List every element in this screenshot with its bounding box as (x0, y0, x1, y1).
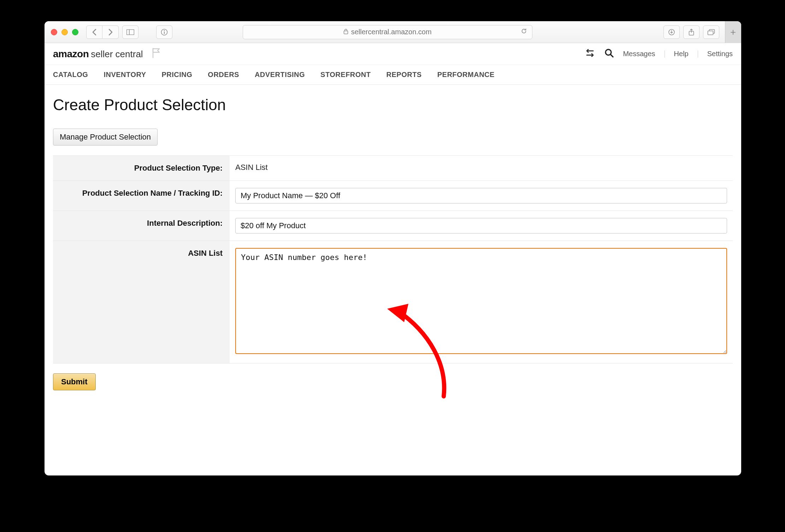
back-button[interactable] (86, 25, 102, 39)
page-body: Create Product Selection Manage Product … (45, 85, 741, 404)
url-bar[interactable]: sellercentral.amazon.com (243, 25, 532, 39)
browser-chrome: sellercentral.amazon.com ＋ (45, 21, 741, 43)
traffic-lights (48, 29, 83, 35)
nav-inventory[interactable]: INVENTORY (104, 71, 146, 79)
nav-advertising[interactable]: ADVERTISING (255, 71, 305, 79)
nav-catalog[interactable]: CATALOG (53, 71, 88, 79)
seller-central-header: amazon seller central Messages Help Sett… (45, 43, 741, 65)
window-close-button[interactable] (51, 29, 57, 35)
logo-sub: seller central (91, 49, 143, 60)
reload-icon[interactable] (521, 28, 527, 36)
row-name: Product Selection Name / Tracking ID: (53, 181, 733, 211)
nav-orders[interactable]: ORDERS (208, 71, 239, 79)
nav-pricing[interactable]: PRICING (162, 71, 193, 79)
manage-product-selection-button[interactable]: Manage Product Selection (53, 129, 158, 146)
chrome-right: ＋ (663, 25, 738, 40)
row-desc: Internal Description: (53, 211, 733, 241)
label-desc: Internal Description: (53, 211, 230, 241)
value-type: ASIN List (230, 156, 733, 181)
swap-icon[interactable] (585, 49, 595, 59)
row-asin: ASIN List (53, 241, 733, 363)
svg-rect-5 (344, 31, 348, 34)
lock-icon (343, 28, 348, 36)
logo-brand: amazon (53, 48, 89, 60)
site-info-button[interactable] (156, 25, 172, 39)
messages-link[interactable]: Messages (623, 50, 655, 58)
nav-performance[interactable]: PERFORMANCE (437, 71, 495, 79)
downloads-button[interactable] (663, 25, 680, 39)
sidebar-toggle-button[interactable] (122, 25, 138, 39)
description-input[interactable] (235, 218, 727, 234)
window-zoom-button[interactable] (72, 29, 78, 35)
main-nav: CATALOG INVENTORY PRICING ORDERS ADVERTI… (45, 65, 741, 85)
header-right: Messages Help Settings (585, 48, 733, 59)
nav-storefront[interactable]: STOREFRONT (320, 71, 371, 79)
asin-list-textarea[interactable] (235, 248, 727, 354)
product-selection-form: Product Selection Type: ASIN List Produc… (53, 155, 733, 363)
svg-rect-9 (708, 31, 713, 35)
amazon-seller-central-logo[interactable]: amazon seller central (53, 48, 143, 60)
tabs-button[interactable] (703, 25, 719, 39)
browser-window: sellercentral.amazon.com ＋ amazon seller… (45, 21, 741, 475)
new-tab-button[interactable]: ＋ (725, 21, 741, 43)
nav-back-forward (86, 25, 119, 39)
row-type: Product Selection Type: ASIN List (53, 156, 733, 181)
nav-reports[interactable]: REPORTS (386, 71, 422, 79)
search-icon[interactable] (604, 48, 614, 59)
label-type: Product Selection Type: (53, 156, 230, 181)
settings-link[interactable]: Settings (707, 50, 733, 58)
submit-button[interactable]: Submit (53, 373, 96, 390)
flag-icon[interactable] (152, 48, 161, 60)
help-link[interactable]: Help (674, 50, 689, 58)
url-text: sellercentral.amazon.com (351, 28, 432, 36)
name-input[interactable] (235, 188, 727, 203)
forward-button[interactable] (102, 25, 119, 39)
svg-rect-4 (164, 32, 165, 34)
label-name: Product Selection Name / Tracking ID: (53, 181, 230, 211)
svg-line-11 (611, 55, 613, 57)
share-button[interactable] (683, 25, 700, 39)
window-minimize-button[interactable] (61, 29, 68, 35)
page-title: Create Product Selection (53, 96, 733, 114)
separator (665, 51, 665, 58)
label-asin: ASIN List (53, 241, 230, 363)
svg-rect-0 (127, 29, 134, 35)
svg-point-3 (164, 30, 165, 31)
separator (698, 51, 698, 58)
